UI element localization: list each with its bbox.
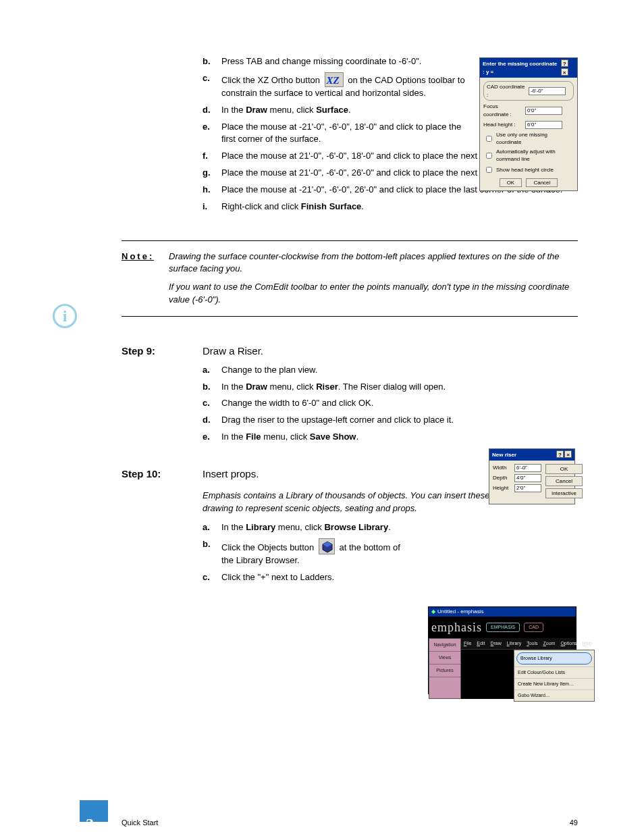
cancel-button[interactable]: Cancel: [526, 178, 558, 187]
menu-options[interactable]: Options: [560, 640, 576, 647]
item-text: Click the "+" next to Ladders.: [221, 572, 334, 582]
new-riser-dialog: New riser ?× Width Depth Height OK Cance…: [489, 448, 575, 504]
list-item: c.Click the XZ Ortho button on the CAD O…: [203, 72, 473, 100]
list-item: a.In the Library menu, click Browse Libr…: [203, 521, 405, 534]
item-marker: a.: [203, 521, 217, 534]
list-item: c.Change the width to 6'-0" and click OK…: [203, 397, 473, 410]
page-number: 49: [570, 818, 578, 829]
emphasis-app-screenshot: ◆Untitled - emphasis emphasis EMPHASIS C…: [428, 606, 576, 694]
cad-coord-input[interactable]: [529, 87, 566, 95]
item-text: Click the XZ Ortho button on the CAD Opt…: [221, 75, 465, 98]
item-text: Change to the plan view.: [221, 365, 317, 375]
auto-adjust-label: Automatically adjust with command line: [496, 148, 574, 163]
list-item: i.Right-click and click Finish Surface.: [203, 201, 578, 213]
item-marker: f.: [203, 150, 217, 163]
item-marker: e.: [203, 431, 217, 444]
step-9-title: Draw a Riser.: [203, 344, 263, 359]
app-sidebar: NavigationViewsPictures: [429, 638, 461, 699]
auto-adjust-checkbox[interactable]: [486, 153, 492, 159]
note-label: Note:: [122, 251, 154, 263]
cad-tab[interactable]: CAD: [524, 623, 543, 632]
menu-item[interactable]: Gobo Wizard…: [514, 689, 594, 701]
ok-button[interactable]: OK: [500, 178, 522, 187]
list-item: d.Drag the riser to the upstage-left cor…: [203, 414, 473, 427]
focus-coord-label: Focus coordinate :: [483, 103, 522, 118]
menu-help[interactable]: Help: [583, 640, 592, 647]
riser-width-input[interactable]: [514, 464, 541, 472]
item-marker: c.: [203, 72, 217, 85]
riser-ok-button[interactable]: OK: [545, 464, 583, 474]
cad-coord-label: CAD coordinate :: [487, 83, 526, 99]
item-marker: e.: [203, 121, 217, 134]
menu-item[interactable]: Create New Library Item…: [514, 678, 594, 689]
app-brand-word: emphasis: [431, 619, 482, 636]
xz-ortho-button-icon: [325, 72, 344, 87]
show-head-checkbox[interactable]: [486, 167, 492, 173]
item-text: In the Library menu, click Browse Librar…: [221, 522, 391, 532]
chapter-tab: [80, 800, 108, 822]
app-logo-icon: ◆: [431, 608, 435, 616]
use-one-checkbox[interactable]: [486, 136, 492, 142]
help-icon[interactable]: ?: [556, 450, 564, 458]
sidebar-item[interactable]: Pictures: [429, 664, 460, 677]
riser-cancel-button[interactable]: Cancel: [545, 476, 583, 486]
menu-library[interactable]: Library: [507, 640, 521, 647]
menu-item[interactable]: Browse Library: [516, 652, 592, 664]
close-icon[interactable]: ×: [561, 68, 568, 76]
library-menu-dropdown: Browse LibraryEdit Colour/Gobo ListsCrea…: [514, 650, 595, 702]
head-height-label: Head height :: [483, 121, 522, 129]
list-item: e.In the File menu, click Save Show.: [203, 431, 473, 444]
menu-file[interactable]: File: [464, 640, 471, 647]
item-text: Change the width to 6'-0" and click OK.: [221, 398, 373, 408]
note-info-icon: i: [53, 304, 77, 328]
sidebar-item[interactable]: Navigation: [429, 639, 460, 652]
item-marker: b.: [203, 55, 217, 68]
list-item: a.Change to the plan view.: [203, 364, 473, 377]
list-item: b.Click the Objects button at the bottom…: [203, 538, 405, 567]
list-item: b.Press TAB and change missing coordinat…: [203, 55, 473, 68]
footer-section-label: Quick Start: [122, 818, 158, 829]
item-marker: b.: [203, 381, 217, 394]
sidebar-item[interactable]: Views: [429, 652, 460, 664]
item-marker: c.: [203, 397, 217, 410]
item-marker: b.: [203, 538, 217, 551]
list-item: c.Click the "+" next to Ladders.: [203, 571, 405, 584]
item-marker: c.: [203, 571, 217, 584]
dialog-title-text: New riser: [492, 451, 516, 459]
note-paragraph-1: Drawing the surface counter-clockwise fr…: [169, 251, 578, 276]
chapter-number: 3: [85, 812, 93, 834]
close-icon[interactable]: ×: [564, 450, 572, 458]
emphasis-tab[interactable]: EMPHASIS: [486, 623, 520, 632]
menu-tools[interactable]: Tools: [527, 640, 537, 647]
item-marker: d.: [203, 104, 217, 117]
item-marker: h.: [203, 184, 217, 197]
riser-interactive-button[interactable]: Interactive: [545, 488, 583, 498]
step-9-list: a.Change to the plan view.b.In the Draw …: [203, 364, 578, 444]
dialog-titlebar: New riser ?×: [489, 449, 574, 461]
step-10-label: Step 10:: [122, 467, 203, 481]
riser-depth-input[interactable]: [514, 474, 541, 482]
item-marker: i.: [203, 201, 217, 213]
riser-height-label: Height: [493, 484, 512, 492]
riser-width-label: Width: [493, 464, 512, 472]
objects-button-icon: [319, 538, 335, 554]
item-text: In the File menu, click Save Show.: [221, 432, 358, 442]
menu-edit[interactable]: Edit: [477, 640, 485, 647]
item-text: Click the Objects button at the bottom o…: [221, 542, 400, 565]
item-text: Place the mouse at -21'-0", -6'-0", 18'-…: [221, 122, 461, 145]
focus-coord-input[interactable]: [525, 107, 562, 115]
help-icon[interactable]: ?: [561, 59, 568, 67]
step-10-list: a.In the Library menu, click Browse Libr…: [203, 521, 405, 584]
riser-height-input[interactable]: [514, 484, 541, 492]
list-item: d.In the Draw menu, click Surface.: [203, 104, 473, 117]
item-text: In the Draw menu, click Surface.: [221, 105, 351, 115]
riser-depth-label: Depth: [493, 474, 512, 482]
item-text: Press TAB and change missing coordinate …: [221, 56, 421, 66]
item-marker: g.: [203, 167, 217, 180]
menu-item[interactable]: Edit Colour/Gobo Lists: [514, 667, 594, 678]
menu-zoom[interactable]: Zoom: [543, 640, 555, 647]
head-height-input[interactable]: [525, 121, 562, 129]
step-10-title: Insert props.: [203, 467, 259, 481]
menu-draw[interactable]: Draw: [490, 640, 501, 647]
item-text: In the Draw menu, click Riser. The Riser…: [221, 382, 446, 392]
